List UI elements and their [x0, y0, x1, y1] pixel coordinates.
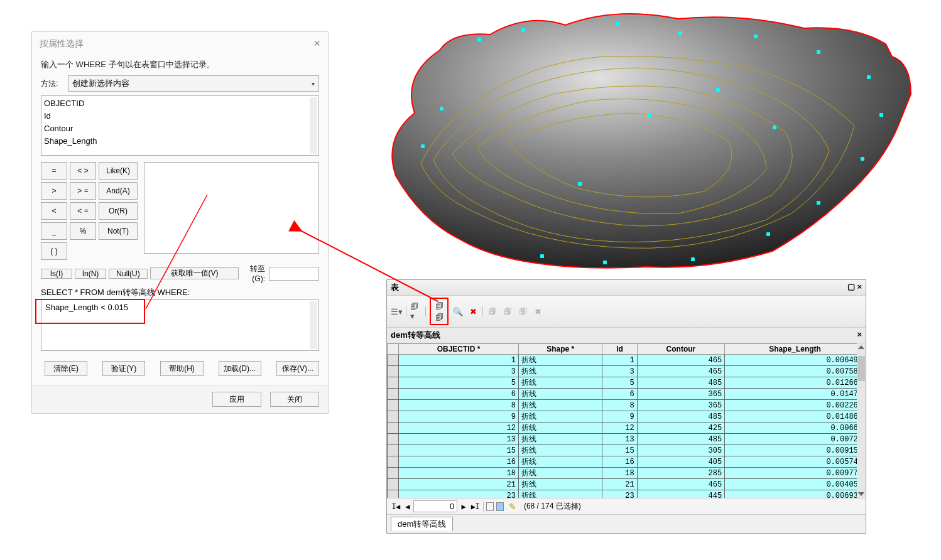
method-select[interactable]: 创建新选择内容 ▾ [68, 75, 319, 92]
table-row[interactable]: 3折线34650.007589 [388, 366, 866, 377]
undo-icon[interactable]: ✖ [532, 306, 543, 317]
paste-icon[interactable]: 🗐 [502, 306, 513, 317]
load-button[interactable]: 加载(D)... [219, 361, 261, 376]
panel-window-controls[interactable]: ▢ × [847, 282, 862, 293]
op-in[interactable]: In(N) [75, 269, 106, 279]
panel-title: 表 [391, 282, 399, 293]
op-lte[interactable]: < = [70, 202, 96, 220]
field-item[interactable]: OBJECTID [44, 97, 316, 110]
cell: 1 [602, 355, 637, 366]
show-selected-icon[interactable] [496, 502, 504, 511]
column-header[interactable]: Id [602, 344, 637, 355]
cell: 465 [637, 479, 725, 490]
field-list[interactable]: OBJECTID Id Contour Shape_Length [41, 95, 319, 156]
cell [388, 377, 399, 389]
sql-text: Shape_Length < 0.015 [45, 303, 128, 312]
clear-button[interactable]: 清除(E) [45, 361, 87, 376]
op-and[interactable]: And(A) [99, 182, 138, 200]
close-icon[interactable]: × [313, 37, 320, 50]
op-neq[interactable]: < > [70, 162, 96, 180]
column-header[interactable]: Shape * [519, 344, 602, 355]
clear-selection-icon[interactable]: ✖ [467, 306, 479, 317]
show-all-icon[interactable] [486, 502, 494, 511]
table-row[interactable]: 6折线63650.01475 [388, 389, 866, 400]
nav-last[interactable]: ▶ⵊ [470, 502, 481, 511]
op-underscore[interactable]: _ [41, 222, 67, 240]
column-header[interactable] [388, 344, 399, 355]
table-row[interactable]: 16折线164050.005741 [388, 456, 866, 468]
cell: 0.002268 [725, 400, 866, 411]
sql-input[interactable]: Shape_Length < 0.015 [41, 299, 319, 351]
op-percent[interactable]: % [70, 222, 96, 240]
zoom-selected-icon[interactable]: 🔍 [452, 306, 464, 317]
op-gt[interactable]: > [41, 182, 67, 200]
copy-icon[interactable]: 🗐 [487, 306, 498, 317]
op-paren[interactable]: ( ) [41, 242, 67, 260]
help-button[interactable]: 帮助(H) [160, 361, 203, 376]
table-row[interactable]: 15折线153050.009153 [388, 445, 866, 456]
op-null[interactable]: Null(U) [109, 269, 148, 279]
apply-button[interactable]: 应用 [212, 392, 261, 407]
field-item[interactable]: Id [44, 110, 316, 122]
nav-next[interactable]: ▶ [460, 502, 467, 511]
cell [388, 434, 399, 445]
sql-label: SELECT * FROM dem转等高线 WHERE: [41, 287, 319, 298]
unique-values-box[interactable] [144, 162, 319, 254]
table-menu-icon[interactable]: ☰▾ [391, 306, 402, 317]
op-lt[interactable]: < [41, 202, 67, 220]
layer-tab[interactable]: dem转等高线 [391, 517, 453, 531]
delete-icon[interactable]: 🗐 [517, 306, 528, 317]
get-unique-values-button[interactable]: 获取唯一值(V) [150, 267, 239, 279]
nav-prev[interactable]: ◀ [404, 502, 411, 511]
op-like[interactable]: Like(K) [99, 162, 138, 180]
op-or[interactable]: Or(R) [99, 202, 138, 220]
table-row[interactable]: 8折线83650.002268 [388, 400, 866, 411]
scrollbar[interactable] [857, 343, 866, 498]
table-row[interactable]: 23折线234450.006939 [388, 490, 866, 498]
close-button[interactable]: 关闭 [270, 392, 319, 407]
field-item[interactable]: Contour [44, 122, 316, 135]
save-button[interactable]: 保存(V)... [276, 361, 319, 376]
cell: 折线 [519, 377, 602, 389]
switch-selection-icon[interactable]: 🗐 [433, 311, 445, 323]
goto-input[interactable] [269, 267, 319, 281]
cell [388, 355, 399, 366]
table-row[interactable]: 1折线14650.006493 [388, 355, 866, 366]
table-row[interactable]: 21折线214650.004053 [388, 479, 866, 490]
column-header[interactable]: Shape_Length [725, 344, 866, 355]
map-canvas[interactable] [364, 0, 936, 276]
table-grid[interactable]: OBJECTID *Shape *IdContourShape_Length 1… [387, 343, 866, 498]
field-item[interactable]: Shape_Length [44, 135, 316, 148]
verify-button[interactable]: 验证(Y) [102, 361, 145, 376]
table-row[interactable]: 12折线124250.00668 [388, 423, 866, 434]
table-row[interactable]: 9折线94850.014869 [388, 411, 866, 423]
table-row[interactable]: 18折线182850.009777 [388, 468, 866, 479]
table-row[interactable]: 5折线54850.012663 [388, 377, 866, 389]
op-is[interactable]: Is(I) [41, 269, 72, 279]
cell: 0.006939 [725, 490, 866, 498]
cell: 21 [399, 479, 519, 490]
nav-record-input[interactable] [413, 500, 457, 512]
cell: 8 [399, 400, 519, 411]
map-graphics [364, 0, 936, 276]
select-by-attr-icon[interactable]: 🗐 [433, 300, 445, 311]
column-header[interactable]: OBJECTID * [399, 344, 519, 355]
cell: 23 [602, 490, 637, 498]
op-gte[interactable]: > = [70, 182, 96, 200]
table-row[interactable]: 13折线134850.00725 [388, 434, 866, 445]
cell: 18 [399, 468, 519, 479]
cell: 13 [602, 434, 637, 445]
layer-close-icon[interactable]: × [857, 330, 862, 341]
nav-first[interactable]: ⵊ◀ [391, 502, 401, 511]
cell: 0.009153 [725, 445, 866, 456]
op-eq[interactable]: = [41, 162, 67, 180]
cell: 16 [602, 456, 637, 468]
column-header[interactable]: Contour [637, 344, 725, 355]
cell [388, 411, 399, 423]
cell: 485 [637, 411, 725, 423]
related-tables-icon[interactable]: 🗐▾ [410, 306, 422, 317]
cell: 0.00668 [725, 423, 866, 434]
edit-icon[interactable]: ✎ [506, 502, 519, 512]
op-not[interactable]: Not(T) [99, 222, 138, 240]
cell [388, 456, 399, 468]
